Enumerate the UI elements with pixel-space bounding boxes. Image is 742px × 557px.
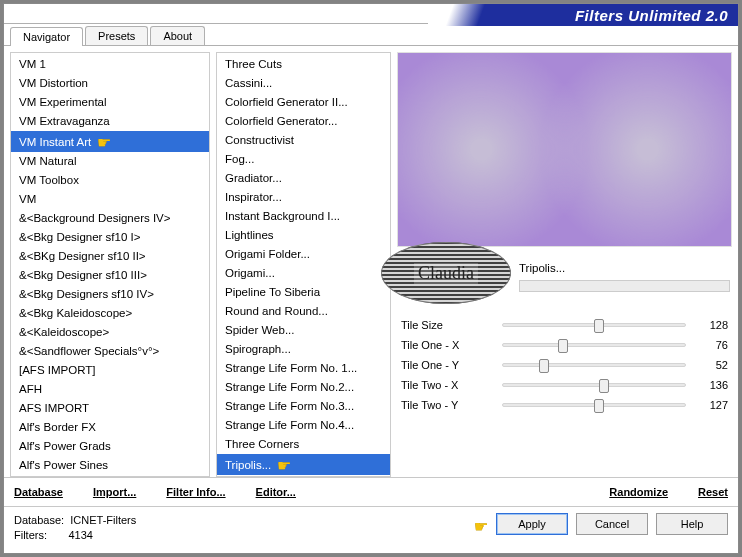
list-item[interactable]: VM Distortion <box>11 74 209 93</box>
param-value: 127 <box>692 399 728 411</box>
category-list[interactable]: VM 1VM DistortionVM ExperimentalVM Extra… <box>10 52 210 477</box>
list-item[interactable]: &<BKg Designer sf10 II> <box>11 247 209 266</box>
list-item[interactable]: Vernissage... <box>217 475 390 477</box>
list-item[interactable]: Strange Life Form No.3... <box>217 397 390 416</box>
list-item[interactable]: Strange Life Form No.4... <box>217 416 390 435</box>
tab-presets[interactable]: Presets <box>85 26 148 45</box>
list-item[interactable]: Alf's Power Toys <box>11 475 209 477</box>
list-item[interactable]: Inspirator... <box>217 188 390 207</box>
list-item[interactable]: Colorfield Generator II... <box>217 93 390 112</box>
param-slider[interactable] <box>502 343 686 347</box>
parameter-panel: Tile Size128Tile One - X76Tile One - Y52… <box>397 315 732 415</box>
list-item[interactable]: Strange Life Form No. 1... <box>217 359 390 378</box>
list-item[interactable]: Alf's Power Sines <box>11 456 209 475</box>
tab-strip: Navigator Presets About <box>4 24 738 46</box>
param-label: Tile One - Y <box>401 359 496 371</box>
list-item[interactable]: Alf's Power Grads <box>11 437 209 456</box>
list-item[interactable]: Three Corners <box>217 435 390 454</box>
list-item[interactable]: Cassini... <box>217 74 390 93</box>
param-value: 52 <box>692 359 728 371</box>
title-stripe: Filters Unlimited 2.0 <box>428 4 738 26</box>
list-item[interactable]: AFH <box>11 380 209 399</box>
list-item[interactable]: Strange Life Form No.2... <box>217 378 390 397</box>
current-filter-label: Tripolis... <box>519 262 730 274</box>
list-item[interactable]: &<Bkg Designers sf10 IV> <box>11 285 209 304</box>
param-row: Tile Two - X136 <box>397 375 732 395</box>
param-row: Tile One - Y52 <box>397 355 732 375</box>
link-randomize[interactable]: Randomize <box>609 486 668 498</box>
param-slider[interactable] <box>502 403 686 407</box>
app-title: Filters Unlimited 2.0 <box>575 7 728 24</box>
list-item[interactable]: Origami... <box>217 264 390 283</box>
param-row: Tile Two - Y127 <box>397 395 732 415</box>
tab-navigator[interactable]: Navigator <box>10 27 83 46</box>
param-label: Tile Size <box>401 319 496 331</box>
link-editor[interactable]: Editor... <box>256 486 296 498</box>
list-item[interactable]: Constructivist <box>217 131 390 150</box>
param-label: Tile Two - Y <box>401 399 496 411</box>
list-item[interactable]: VM Experimental <box>11 93 209 112</box>
help-button[interactable]: Help <box>656 513 728 535</box>
list-item[interactable]: Instant Background I... <box>217 207 390 226</box>
list-item[interactable]: &<Bkg Designer sf10 I> <box>11 228 209 247</box>
list-item[interactable]: Gradiator... <box>217 169 390 188</box>
command-bar: Database Import... Filter Info... Editor… <box>4 477 738 506</box>
list-item[interactable]: AFS IMPORT <box>11 399 209 418</box>
list-item[interactable]: Tripolis... <box>217 454 390 475</box>
status-info: Database: ICNET-Filters Filters: 4134 <box>14 513 474 543</box>
list-item[interactable]: Pipeline To Siberia <box>217 283 390 302</box>
link-import[interactable]: Import... <box>93 486 136 498</box>
link-database[interactable]: Database <box>14 486 63 498</box>
list-item[interactable]: &<Sandflower Specials°v°> <box>11 342 209 361</box>
list-item[interactable]: Round and Round... <box>217 302 390 321</box>
list-item[interactable]: Alf's Border FX <box>11 418 209 437</box>
pointer-icon <box>277 457 291 474</box>
list-item[interactable]: VM Toolbox <box>11 171 209 190</box>
list-item[interactable]: VM Natural <box>11 152 209 171</box>
list-item[interactable]: &<Background Designers IV> <box>11 209 209 228</box>
list-item[interactable]: Fog... <box>217 150 390 169</box>
list-item[interactable]: Origami Folder... <box>217 245 390 264</box>
status-bar: Database: ICNET-Filters Filters: 4134 Ap… <box>4 506 738 553</box>
preview-image <box>397 52 732 247</box>
watermark-badge: Claudia <box>381 242 511 304</box>
filter-list[interactable]: Three CutsCassini...Colorfield Generator… <box>216 52 391 477</box>
pointer-icon <box>97 134 111 151</box>
link-reset[interactable]: Reset <box>698 486 728 498</box>
link-filter-info[interactable]: Filter Info... <box>166 486 225 498</box>
param-slider[interactable] <box>502 383 686 387</box>
list-item[interactable]: [AFS IMPORT] <box>11 361 209 380</box>
list-item[interactable]: VM 1 <box>11 55 209 74</box>
param-value: 128 <box>692 319 728 331</box>
param-row: Tile One - X76 <box>397 335 732 355</box>
param-slider[interactable] <box>502 363 686 367</box>
list-item[interactable]: Spider Web... <box>217 321 390 340</box>
list-item[interactable]: &<Bkg Kaleidoscope> <box>11 304 209 323</box>
list-item[interactable]: Three Cuts <box>217 55 390 74</box>
list-item[interactable]: VM <box>11 190 209 209</box>
cancel-button[interactable]: Cancel <box>576 513 648 535</box>
param-label: Tile Two - X <box>401 379 496 391</box>
app-window: Filters Unlimited 2.0 Navigator Presets … <box>3 3 739 554</box>
param-value: 136 <box>692 379 728 391</box>
list-item[interactable]: Colorfield Generator... <box>217 112 390 131</box>
list-item[interactable]: &<Bkg Designer sf10 III> <box>11 266 209 285</box>
preview-pane: Claudia Tripolis... Tile Size128Tile One… <box>397 52 732 477</box>
apply-button[interactable]: Apply <box>496 513 568 535</box>
param-value: 76 <box>692 339 728 351</box>
title-bar: Filters Unlimited 2.0 <box>4 4 738 24</box>
list-item[interactable]: Spirograph... <box>217 340 390 359</box>
main-area: VM 1VM DistortionVM ExperimentalVM Extra… <box>4 46 738 477</box>
progress-bar <box>519 280 730 292</box>
list-item[interactable]: Lightlines <box>217 226 390 245</box>
list-item[interactable]: VM Extravaganza <box>11 112 209 131</box>
list-item[interactable]: &<Kaleidoscope> <box>11 323 209 342</box>
param-slider[interactable] <box>502 323 686 327</box>
pointer-icon <box>474 517 488 536</box>
list-item[interactable]: VM Instant Art <box>11 131 209 152</box>
param-label: Tile One - X <box>401 339 496 351</box>
tab-about[interactable]: About <box>150 26 205 45</box>
param-row: Tile Size128 <box>397 315 732 335</box>
